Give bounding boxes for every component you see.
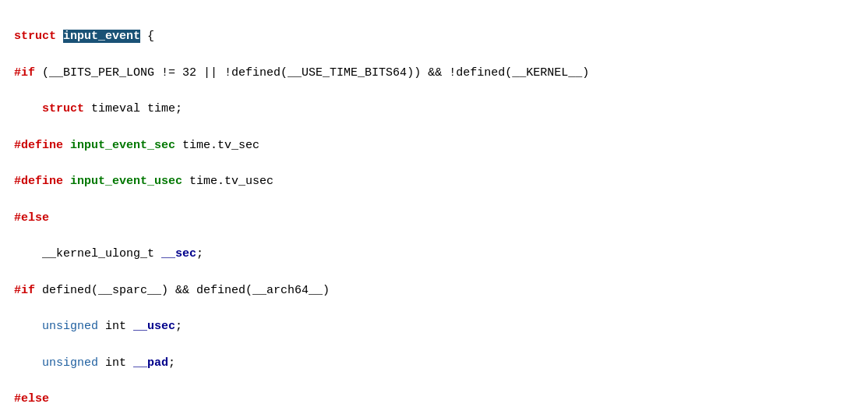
kw-if-2: #if: [14, 284, 35, 297]
macro-input-event-sec: input_event_sec: [70, 139, 175, 152]
line-3: struct timeval time;: [14, 100, 854, 118]
line-8: #if defined(__sparc__) && defined(__arch…: [14, 282, 854, 299]
line-9: unsigned int __usec;: [14, 317, 854, 335]
kw-struct: struct: [14, 30, 56, 43]
var-usec-1: __usec: [133, 320, 175, 333]
kw-else-2: #else: [14, 392, 49, 406]
struct-name: input_event: [63, 30, 140, 43]
line-1: struct input_event {: [14, 27, 854, 45]
var-pad: __pad: [133, 356, 168, 370]
line-10: unsigned int __pad;: [14, 354, 854, 372]
line-5: #define input_event_usec time.tv_usec: [14, 172, 854, 190]
kw-unsigned-1: unsigned: [42, 320, 98, 333]
line-6: #else: [14, 209, 854, 227]
macro-input-event-usec: input_event_usec: [70, 175, 182, 188]
kw-struct-2: struct: [42, 102, 84, 115]
line-4: #define input_event_sec time.tv_sec: [14, 136, 854, 154]
line-2: #if (__BITS_PER_LONG != 32 || !defined(_…: [14, 64, 854, 82]
kw-define-2: #define: [14, 175, 63, 188]
code-display: struct input_event { #if (__BITS_PER_LON…: [14, 9, 854, 418]
kw-define-1: #define: [14, 139, 63, 152]
kw-else-1: #else: [14, 211, 49, 225]
kw-if-1: #if: [14, 66, 35, 80]
var-sec: __sec: [161, 247, 196, 260]
kw-unsigned-2: unsigned: [42, 356, 98, 370]
line-7: __kernel_ulong_t __sec;: [14, 245, 854, 263]
line-11: #else: [14, 390, 854, 408]
